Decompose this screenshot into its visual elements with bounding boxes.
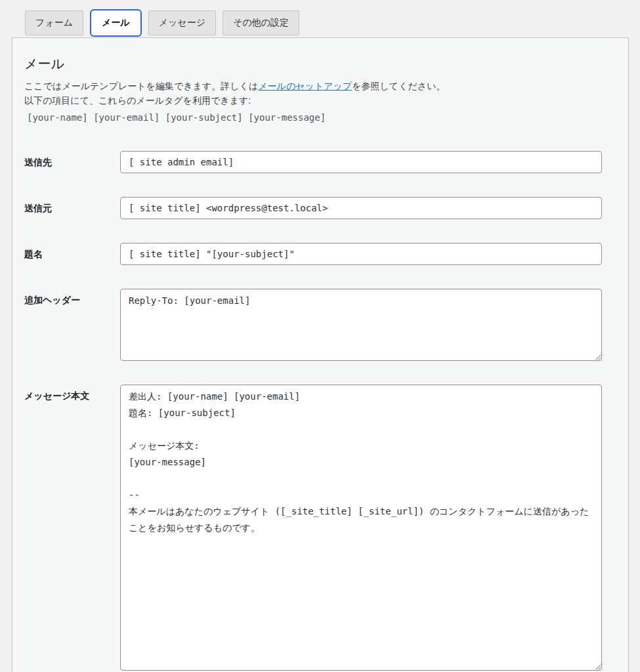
row-message-body: メッセージ本文 差出人: [your-name] [your-email] 題名… (24, 385, 602, 671)
mail-subject-label: 題名 (24, 243, 120, 261)
tab-mail[interactable]: メール (90, 9, 142, 37)
tab-messages[interactable]: メッセージ (148, 10, 216, 35)
mail-from-input[interactable] (120, 197, 602, 219)
panel-description-line1: ここではメールテンプレートを編集できます。詳しくはメールのセットアップを参照して… (24, 79, 602, 93)
row-mail-from: 送信元 (24, 197, 602, 219)
mail-template-form: 送信先 送信元 題名 追加ヘッダー Reply-To: [your-email] (24, 151, 602, 671)
row-additional-headers: 追加ヘッダー Reply-To: [your-email] (24, 289, 602, 361)
tab-additional-settings[interactable]: その他の設定 (223, 10, 299, 35)
panel-description-line2: 以下の項目にて、これらのメールタグを利用できます: (24, 93, 602, 108)
row-mail-to: 送信先 (24, 151, 602, 173)
additional-headers-textarea[interactable]: Reply-To: [your-email] (120, 289, 602, 361)
mail-subject-input[interactable] (120, 243, 602, 265)
mail-to-input[interactable] (120, 151, 602, 173)
additional-headers-label: 追加ヘッダー (24, 289, 120, 306)
row-mail-subject: 題名 (24, 243, 602, 265)
panel-title: メール (24, 55, 602, 72)
editor-tab-bar: フォーム メール メッセージ その他の設定 (25, 8, 640, 38)
available-mail-tags: [your-name] [your-email] [your-subject] … (27, 111, 602, 125)
mail-from-label: 送信元 (24, 197, 120, 215)
message-body-textarea[interactable]: 差出人: [your-name] [your-email] 題名: [your-… (120, 385, 602, 671)
mail-setup-link[interactable]: メールのセットアップ (258, 81, 352, 91)
mail-to-label: 送信先 (24, 151, 120, 169)
description-post: を参照してください。 (352, 81, 445, 91)
mail-panel: メール ここではメールテンプレートを編集できます。詳しくはメールのセットアップを… (12, 37, 629, 672)
description-pre: ここではメールテンプレートを編集できます。詳しくは (24, 81, 258, 91)
message-body-label: メッセージ本文 (24, 385, 120, 402)
tab-form[interactable]: フォーム (25, 10, 83, 35)
